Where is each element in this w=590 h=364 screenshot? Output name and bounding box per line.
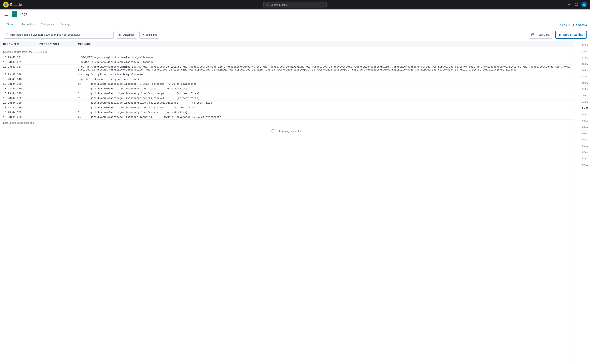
timeline-item: 07 AM: [574, 149, 590, 156]
calendar-icon: [531, 33, 534, 36]
nav-icons: E: [567, 2, 587, 7]
table-row: 13:23:44.329 ? github.com/elastic/go-lic…: [0, 101, 574, 105]
global-search[interactable]: Search Elastic: [263, 2, 327, 8]
table-row: 13:23:44.329 ? github.com/elastic/go-lic…: [0, 91, 574, 96]
log-message: ? github.com/elastic/go-licenser/golden/…: [78, 106, 571, 109]
log-content: Dec 15, 2020 event.dataset Message Showi…: [0, 41, 574, 364]
svg-point-4: [6, 4, 7, 6]
log-message: ? github.com/elastic/go-licenser/golden/…: [78, 87, 571, 90]
log-message: + go test -timeout 10s -p 4 -race -cover…: [78, 78, 571, 81]
log-message: + SRC_PATH=/go/src/github.com/elastic/go…: [78, 56, 571, 59]
tab-categories[interactable]: Categories: [38, 19, 57, 28]
app-name: Elastic: [10, 3, 22, 7]
dataset-badge: D: [12, 11, 17, 17]
timeline-sidebar: 02 PM03 PM04 PM05 PM06 PM07 PM08 PM09 PM…: [574, 41, 590, 364]
log-time: 13:23:44.329: [3, 111, 39, 114]
main-layout: Dec 15, 2020 event.dataset Message Showi…: [0, 41, 590, 364]
svg-point-15: [120, 34, 120, 35]
toolbar: Customize Highlights Last 1 day Stop str…: [0, 28, 590, 41]
timeline-item: 06 PM: [574, 67, 590, 73]
log-time: 13:23:40.348: [3, 73, 39, 76]
timeline-item: 10 PM: [574, 92, 590, 99]
log-search-wrapper[interactable]: [3, 31, 114, 39]
table-row: 13:23:44.329 ? github.com/elastic/go-lic…: [0, 86, 574, 91]
timeline-item: 09 AM: [574, 162, 590, 168]
svg-point-3: [5, 4, 6, 6]
search-icon: [266, 3, 269, 6]
log-message: ok github.com/elastic/go-licenser 0.061s…: [78, 83, 571, 85]
log-time: 13:23:40.321: [3, 56, 39, 59]
table-row: 13:23:40.337 + cp -R /workspace/source/C…: [0, 65, 574, 72]
tab-actions: Alerts Add data: [560, 23, 587, 28]
page-title: Logs: [20, 13, 27, 16]
log-message: ok github.com/elastic/go-licenser/licens…: [78, 116, 571, 119]
highlights-button[interactable]: Highlights: [139, 31, 160, 39]
table-row: 13:23:40.348 + cd /go/src/github.com/ela…: [0, 72, 574, 77]
loading-spinner: [271, 129, 275, 133]
timeline-item: 04 AM: [574, 130, 590, 136]
tab-settings[interactable]: Settings: [57, 19, 74, 28]
eye-icon: [119, 33, 121, 36]
timeline-item: 04 PM: [574, 55, 590, 61]
table-row: 13:23:44.329 ? github.com/elastic/go-lic…: [0, 96, 574, 101]
timeline-item: 02 AM: [574, 117, 590, 124]
timeline-item: 05 PM: [574, 61, 590, 67]
pause-icon: [559, 33, 562, 36]
tab-stream[interactable]: Stream: [3, 19, 18, 28]
log-search-input[interactable]: [10, 33, 111, 36]
timeline-item: 06 AM: [574, 143, 590, 149]
dataset-column-header: event.dataset: [39, 43, 78, 46]
log-message: + cp -R /workspace/source/CONTRIBUTING.m…: [78, 65, 571, 71]
customize-button[interactable]: Customize: [116, 31, 137, 39]
table-row: 13:23:40.321 + mkdir -p /go/src/github.c…: [0, 60, 574, 65]
streaming-label: Streaming new entries: [277, 130, 303, 133]
add-data-button[interactable]: Add data: [572, 23, 587, 26]
timeline-item: 05 AM: [574, 136, 590, 143]
hamburger-menu[interactable]: [3, 11, 9, 17]
highlights-icon: [142, 33, 145, 36]
stop-streaming-button[interactable]: Stop streaming: [555, 31, 587, 39]
log-time: 13:23:40.321: [3, 61, 39, 64]
table-row: 13:23:44.329 ok github.com/elastic/go-li…: [0, 115, 574, 120]
log-message: ? github.com/elastic/go-licenser/golden/…: [78, 111, 571, 114]
column-headers: Dec 15, 2020 event.dataset Message: [0, 41, 574, 47]
timeline-item: 07 PM: [574, 73, 590, 80]
log-message: + cd /go/src/github.com/elastic/go-licen…: [78, 73, 571, 76]
date-picker[interactable]: Last 1 day: [529, 31, 553, 39]
svg-point-7: [569, 4, 570, 5]
log-time: 13:23:44.329: [3, 83, 39, 85]
top-nav: Elastic Search Elastic E: [0, 0, 590, 9]
alerts-button[interactable]: Alerts: [560, 23, 570, 26]
tabs-bar: Stream Anomalies Categories Settings Ale…: [0, 19, 590, 28]
log-time: 13:23:44.329: [3, 101, 39, 104]
table-row: 13:23:40.348 + go test -timeout 10s -p 4…: [0, 77, 574, 82]
svg-rect-21: [561, 34, 561, 36]
last-update: Last update 2 seconds ago: [0, 120, 574, 126]
plus-icon: [572, 24, 575, 26]
table-row: 13:23:40.321 + SRC_PATH=/go/src/github.c…: [0, 55, 574, 60]
log-time: 13:23:44.329: [3, 97, 39, 100]
log-message: + mkdir -p /go/src/github.com/elastic/go…: [78, 61, 571, 64]
table-row: 13:23:44.329 ok github.com/elastic/go-li…: [0, 82, 574, 86]
log-rows-container: 13:23:40.321 + SRC_PATH=/go/src/github.c…: [0, 55, 574, 120]
tabs: Stream Anomalies Categories Settings: [3, 19, 74, 28]
entries-info: Showing entries from Dec 15, 13:23:40: [0, 47, 574, 55]
chevron-down-icon: [568, 24, 570, 26]
svg-line-14: [8, 35, 8, 36]
table-row: 13:23:44.329 ? github.com/elastic/go-lic…: [0, 110, 574, 115]
notifications-icon[interactable]: [574, 3, 578, 7]
timeline-item: 08 AM: [574, 156, 590, 162]
timeline-item: 02 PM: [574, 42, 590, 48]
log-time: 13:23:40.348: [3, 78, 39, 81]
user-avatar[interactable]: E: [581, 2, 587, 7]
log-message: ? github.com/elastic/go-licenser/golden/…: [78, 97, 571, 100]
settings-icon[interactable]: [567, 3, 571, 7]
elastic-logo[interactable]: Elastic: [3, 2, 22, 7]
timeline-item: Tue 15: [574, 105, 590, 111]
log-message: ? github.com/elastic/go-licenser/golden/…: [78, 92, 571, 95]
message-column-header: Message: [78, 43, 571, 46]
chevron-down-date-icon: [535, 34, 537, 36]
timeline-item: 11 PM: [574, 99, 590, 105]
tab-anomalies[interactable]: Anomalies: [18, 19, 37, 28]
elastic-logo-icon: [3, 2, 9, 7]
